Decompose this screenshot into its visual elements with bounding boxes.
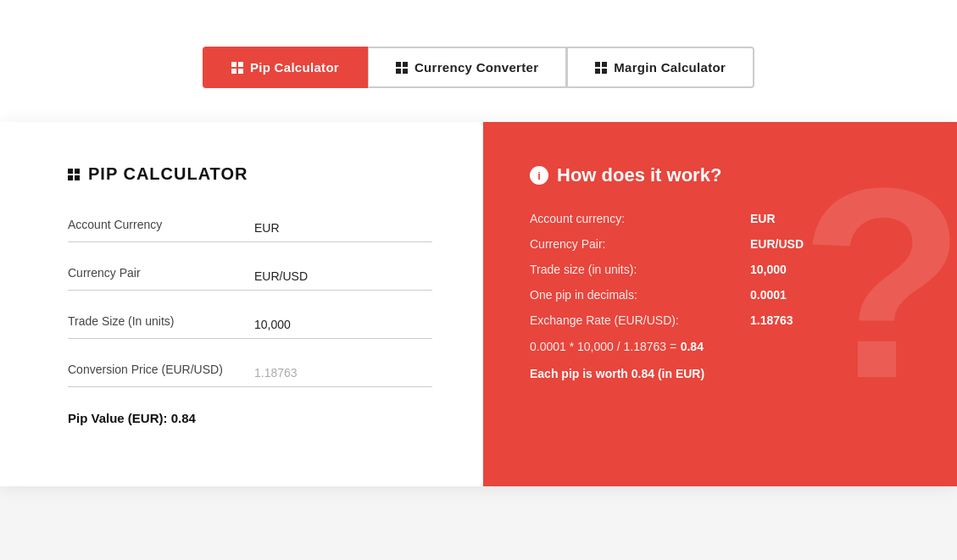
formula-result: 0.84 xyxy=(681,340,704,353)
info-one-pip-label: One pip in decimals: xyxy=(530,288,750,302)
info-exchange-rate-label: Exchange Rate (EUR/USD): xyxy=(530,313,750,327)
info-trade-size: Trade size (in units): 10,000 xyxy=(530,263,910,276)
formula-text: 0.0001 * 10,000 / 1.18763 = xyxy=(530,340,676,353)
account-currency-value: EUR xyxy=(254,221,432,235)
how-does-it-work-title: i How does it work? xyxy=(530,164,910,186)
info-trade-size-label: Trade size (in units): xyxy=(530,263,750,276)
each-pip-row: Each pip is worth 0.84 (in EUR) xyxy=(530,366,910,381)
conversion-price-row: Conversion Price (EUR/USD) 1.18763 xyxy=(68,363,432,387)
margin-calculator-icon xyxy=(595,62,607,74)
info-account-currency-label: Account currency: xyxy=(530,212,750,225)
info-exchange-rate-value: 1.18763 xyxy=(750,313,793,327)
info-trade-size-value: 10,000 xyxy=(750,263,787,276)
left-panel: PIP CALCULATOR Account Currency EUR Curr… xyxy=(0,122,483,486)
currency-converter-icon xyxy=(396,62,408,74)
tab-currency-converter[interactable]: Currency Converter xyxy=(368,47,567,88)
pip-value-label: Pip Value (EUR): xyxy=(68,411,168,425)
trade-size-label: Trade Size (In units) xyxy=(68,314,254,331)
conversion-price-label: Conversion Price (EUR/USD) xyxy=(68,363,254,380)
trade-size-value: 10,000 xyxy=(254,318,432,331)
page-wrapper: Pip Calculator Currency Converter Margin… xyxy=(0,0,957,486)
panel-title: PIP CALCULATOR xyxy=(68,164,432,184)
tab-navigation: Pip Calculator Currency Converter Margin… xyxy=(0,0,957,122)
currency-pair-label: Currency Pair xyxy=(68,266,254,283)
conversion-price-value: 1.18763 xyxy=(254,366,432,380)
currency-pair-value: EUR/USD xyxy=(254,269,432,283)
pip-value-result: Pip Value (EUR): 0.84 xyxy=(68,411,432,425)
info-currency-pair: Currency Pair: EUR/USD xyxy=(530,237,910,251)
pip-calculator-icon xyxy=(231,62,243,74)
account-currency-label: Account Currency xyxy=(68,218,254,235)
trade-size-row: Trade Size (In units) 10,000 xyxy=(68,314,432,339)
info-currency-pair-value: EUR/USD xyxy=(750,237,804,251)
main-content: PIP CALCULATOR Account Currency EUR Curr… xyxy=(0,122,957,486)
tab-pip-calculator[interactable]: Pip Calculator xyxy=(203,47,368,88)
pip-value-number: 0.84 xyxy=(171,411,196,425)
info-icon: i xyxy=(530,166,548,185)
tab-margin-calculator[interactable]: Margin Calculator xyxy=(567,47,754,88)
info-one-pip: One pip in decimals: 0.0001 xyxy=(530,288,910,302)
info-exchange-rate: Exchange Rate (EUR/USD): 1.18763 xyxy=(530,313,910,327)
tab-margin-calculator-label: Margin Calculator xyxy=(614,60,726,75)
account-currency-row: Account Currency EUR xyxy=(68,218,432,242)
info-one-pip-value: 0.0001 xyxy=(750,288,787,302)
formula-row: 0.0001 * 10,000 / 1.18763 = 0.84 xyxy=(530,339,910,354)
tab-pip-calculator-label: Pip Calculator xyxy=(250,60,339,75)
right-panel: i How does it work? Account currency: EU… xyxy=(483,122,957,486)
panel-title-icon xyxy=(68,169,80,180)
tab-currency-converter-label: Currency Converter xyxy=(415,60,538,75)
info-account-currency: Account currency: EUR xyxy=(530,212,910,225)
each-pip-text: Each pip is worth 0.84 (in EUR) xyxy=(530,367,704,380)
currency-pair-row: Currency Pair EUR/USD xyxy=(68,266,432,291)
info-currency-pair-label: Currency Pair: xyxy=(530,237,750,251)
info-account-currency-value: EUR xyxy=(750,212,776,225)
